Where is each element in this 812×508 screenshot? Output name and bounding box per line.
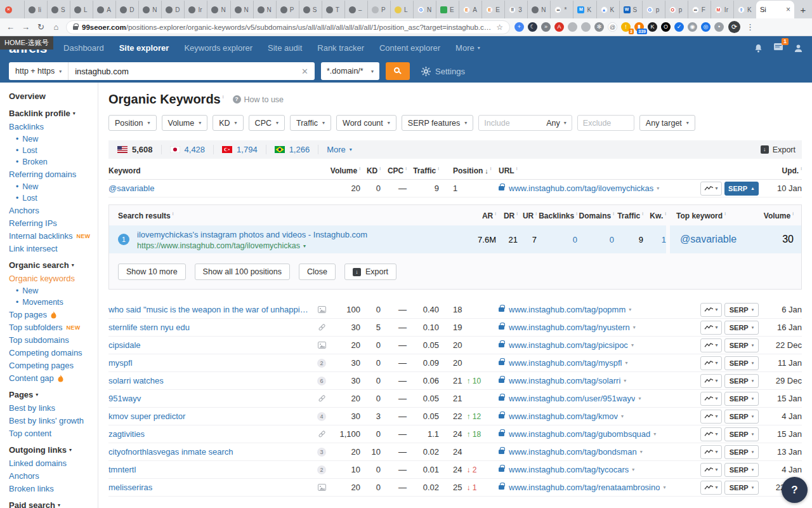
filter-volume[interactable]: Volume▾ [162,115,208,131]
browser-tab[interactable]: ▲K [596,1,619,18]
result-url-link[interactable]: www.instaghub.com/tag/picsipoc [509,340,628,350]
filter-traffic[interactable]: Traffic▾ [290,115,331,131]
sidebar-item-top-subfolders[interactable]: Top subfoldersNEW [9,323,98,332]
show-all-100-positions-button[interactable]: Show all 100 positions [195,264,290,280]
browser-tab[interactable]: L [390,1,413,18]
filter-kd[interactable]: KD▾ [213,115,243,131]
moon-extension-icon[interactable]: ☾ [528,22,537,32]
position-history-button[interactable]: ▾ [700,410,722,424]
browser-tab[interactable]: Ir [184,1,207,18]
result-url-link[interactable]: www.instaghub.com/tag/tycocars [509,465,629,474]
result-url-link[interactable]: www.instaghub.com/tag/ilovemychickas [509,184,653,193]
sidebar-item-top-pages[interactable]: Top pages [9,310,98,319]
sidebar-item-backlinks[interactable]: Backlinks [9,122,98,131]
keyword-link[interactable]: solarri watches [108,376,311,385]
show-10-more-button[interactable]: Show 10 more [118,264,186,280]
serp-toggle-button[interactable]: SERP▾ [724,410,759,424]
result-title-link[interactable]: ilovemychickas's instagram photos and vi… [137,230,367,239]
browser-tab[interactable]: N [253,1,276,18]
browser-tab[interactable]: S [47,1,70,18]
reload-icon[interactable]: ↻ [36,22,46,32]
serp-toggle-button[interactable]: SERP▾ [724,321,759,335]
position-history-button[interactable]: ▾ [700,392,722,406]
position-history-button[interactable]: ▾ [700,321,722,335]
how-to-use-link[interactable]: ? How to use [233,95,284,104]
browser-tab-active[interactable]: Si× [756,1,794,18]
scope-select[interactable]: *.domain/*▾ [321,62,379,80]
sidebar-item-broken[interactable]: Broken [16,157,98,166]
chart-extension-icon[interactable]: ▮339 [634,22,644,32]
sidebar-item-referring-ips[interactable]: Referring IPs [9,218,98,228]
o-extension-icon[interactable]: O [661,22,671,32]
serp-toggle-button[interactable]: SERP▾ [724,392,759,406]
browser-tab[interactable]: MK [573,1,596,18]
profile-avatar[interactable]: ⟳ [728,21,740,33]
browser-tab[interactable]: P [276,1,299,18]
filter-position[interactable]: Position▾ [108,115,157,131]
browser-tab[interactable]: EE [481,1,504,18]
nav-item-more[interactable]: More▾ [455,43,480,53]
position-history-button[interactable]: ▾ [700,463,722,477]
position-history-button[interactable]: ▾ [700,374,722,388]
browser-tab[interactable]: ✕ [1,1,24,18]
result-backlinks[interactable]: 0 [537,225,577,253]
at-extension-icon[interactable]: @ [608,22,617,32]
sidebar-item-competing-domains[interactable]: Competing domains [9,348,98,358]
sidebar-item-lost[interactable]: Lost [16,146,98,155]
browser-tab[interactable]: T [322,1,344,18]
browser-tab[interactable]: ∞F [688,1,710,18]
result-url-link[interactable]: www.instaghub.com/user/951wayv [509,394,635,403]
any-target-filter[interactable]: Any target▾ [639,115,695,131]
browser-tab[interactable]: Ii [24,1,47,18]
keyword-link[interactable]: sternlife stern nyu edu [108,323,311,332]
plus-extension-icon[interactable]: + [514,22,524,32]
keyword-link[interactable]: @savariable [108,184,311,193]
result-url-link[interactable]: www.instaghub.com/tag/popmm [509,305,625,314]
browser-tab[interactable]: D [115,1,138,18]
keyword-link[interactable]: tmntertl [108,465,311,474]
close-tab-icon[interactable]: × [786,5,790,14]
k-extension-icon[interactable]: K [648,22,657,32]
exclude-filter[interactable] [577,115,634,131]
keyword-link[interactable]: cityofnorthlasvegas inmate search [108,447,311,457]
result-url-link[interactable]: www.instaghub.com/tag/myspfl [509,358,622,368]
filter-cpc[interactable]: CPC▾ [249,115,285,131]
forward-icon[interactable]: → [20,22,31,32]
ring-extension-icon[interactable]: ◎ [701,22,710,32]
country-filter-br[interactable]: 1,266 [266,145,319,154]
serp-toggle-button[interactable]: SERP▾ [724,445,759,459]
swirl-extension-icon[interactable] [568,22,577,32]
swirl-extension-icon[interactable] [581,22,591,32]
flower-extension-icon[interactable]: ✻ [594,22,604,32]
help-fab-button[interactable]: ? [782,477,808,503]
country-filter-us[interactable]: 5,608 [109,145,162,154]
sidebar-item-organic-keywords[interactable]: Organic keywords [9,274,98,283]
sidebar-section-organic-search[interactable]: Organic search▾ [9,260,98,270]
sidebar-item-anchors[interactable]: Anchors [9,471,98,481]
result-url-link[interactable]: www.instaghub.com/tag/renataambrosino [509,483,660,492]
camera-extension-icon[interactable]: ◉ [688,22,697,32]
position-history-button[interactable]: ▾ [700,303,722,317]
lock-extension-icon[interactable]: • [714,22,724,32]
serp-toggle-button[interactable]: SERP▾ [724,338,759,352]
result-url[interactable]: https://www.instaghub.com/tag/ilovemychi… [137,241,367,250]
nav-item-rank-tracker[interactable]: Rank tracker [317,43,364,53]
sidebar-item-top-content[interactable]: Top content [9,429,98,438]
sidebar-item-anchors[interactable]: Anchors [9,206,98,215]
serp-toggle-button[interactable]: SERP▾ [724,356,759,370]
serp-toggle-button[interactable]: SERP▾ [724,374,759,388]
browser-tab[interactable]: D [161,1,184,18]
include-input[interactable] [479,119,541,128]
browser-tab[interactable]: Gp [642,1,665,18]
abp-extension-icon[interactable]: A [554,22,564,32]
col-position[interactable]: Position↓ [439,166,485,175]
position-history-button[interactable]: ▾ [700,356,722,370]
sidebar-item-movements[interactable]: Movements [16,298,98,307]
browser-tab[interactable]: A [93,1,115,18]
browser-tab[interactable]: N [230,1,253,18]
browser-menu-icon[interactable]: ⋮ [746,22,754,32]
new-tab-button[interactable]: + [794,1,812,18]
sidebar-item-lost[interactable]: Lost [16,194,98,203]
browser-tab[interactable]: S [299,1,322,18]
position-history-button[interactable]: ▾ [700,338,722,352]
